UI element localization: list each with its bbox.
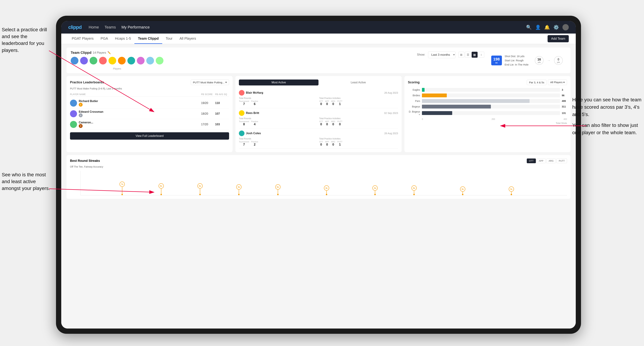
view-full-leaderboard-button[interactable]: View Full Leaderboard: [70, 132, 229, 140]
bar-row-bogeys: Bogeys 311: [408, 105, 567, 109]
pa-ott-col-1: OTT 0: [319, 100, 323, 106]
pa-stats-1: Total Rounds Tournament 7 Practice 6: [239, 97, 398, 106]
streak-line-3: [200, 188, 200, 194]
pa-activities-values-2: OTT 0 APP 0 ARG 0: [319, 120, 398, 126]
streak-line-6: [326, 191, 327, 194]
streak-chart: 7x 6x 6x 5x: [80, 171, 567, 195]
drill-selector[interactable]: PUTT Must Make Putting... ▾: [191, 79, 229, 85]
lb-badge-silver-2: 2: [79, 113, 82, 117]
sort-btn[interactable]: ↕: [478, 52, 484, 58]
pa-putt-col-1: PUTT 1: [338, 100, 342, 106]
tab-most-active[interactable]: Most Active: [239, 79, 318, 85]
tab-least-active[interactable]: Least Active: [318, 79, 398, 85]
filter-app[interactable]: APP: [536, 159, 546, 163]
bar-value-bogeys: 311: [562, 105, 567, 108]
bar-fill-bogeys: [422, 105, 491, 109]
list-item: Josh Coles 26 Aug 2023 Total Rounds Tour…: [239, 128, 398, 149]
sub-nav: PGAT Players PGA Hcaps 1-5 Team Clippd T…: [61, 33, 576, 44]
add-team-button[interactable]: Add Team: [548, 35, 569, 42]
pa-activities-block-2: Total Practice Activities OTT 0 APP 0: [319, 117, 398, 126]
users-icon[interactable]: 👤: [535, 25, 541, 30]
grid-view-btn[interactable]: ⊞: [458, 52, 464, 58]
shot-circles: 16 yds → 0 yds: [535, 56, 563, 65]
pa-practice-val-1: 6: [251, 102, 258, 106]
bell-icon[interactable]: 🔔: [544, 25, 550, 30]
top-nav: clippd Home Teams My Performance 🔍 👤 🔔 ⚙…: [61, 21, 576, 33]
pa-putt-col-3: PUTT 1: [338, 141, 342, 147]
nav-myperformance[interactable]: My Performance: [122, 24, 150, 30]
nav-teams[interactable]: Teams: [104, 24, 116, 30]
pa-activities-block-1: Total Practice Activities OTT 0 APP 0: [319, 97, 398, 106]
subnav-allplayers[interactable]: All Players: [176, 33, 200, 44]
team-name: Team Clippd: [71, 51, 92, 55]
player-filter-btn[interactable]: All Players ▾: [548, 79, 567, 85]
bar-fill-birdies: [422, 93, 447, 97]
bar-fill-pars: [422, 99, 530, 103]
pa-practice-val-2: 4: [251, 123, 258, 126]
player-avatar-3: [90, 57, 97, 64]
pa-name-2: Rees Britt: [246, 112, 259, 115]
shot-endlie: End Lie: In The Hole: [505, 63, 528, 67]
lb-avatar-3: [70, 121, 77, 128]
pa-player-3: Josh Coles: [239, 131, 261, 136]
activity-card: Most Active Least Active Blair McHarg 26…: [235, 76, 402, 152]
nav-home[interactable]: Home: [88, 24, 99, 30]
edit-icon[interactable]: ✏️: [108, 51, 111, 54]
search-icon[interactable]: 🔍: [526, 25, 532, 30]
pa-arg-val-1: 0: [331, 102, 335, 106]
lb-player-3: Cameron... 3: [70, 121, 201, 128]
pa-activities-values-3: OTT 0 APP 0 ARG 0: [319, 141, 398, 147]
streak-point: 4x: [324, 185, 329, 195]
shot-badge-value: 198: [493, 57, 500, 61]
subnav-hcaps[interactable]: Hcaps 1-5: [112, 33, 134, 44]
pa-app-val-2: 0: [325, 123, 329, 126]
subnav-pgat[interactable]: PGAT Players: [68, 33, 97, 44]
show-select[interactable]: Last 3 months Last month Last year: [428, 51, 456, 58]
bar-track-bogeys: [422, 105, 560, 109]
subnav-teamclippd[interactable]: Team Clippd: [134, 33, 162, 44]
player-filter-chevron: ▾: [563, 81, 565, 84]
list-view-btn[interactable]: ☰: [465, 52, 471, 58]
bar-value-pars: 499: [562, 100, 567, 102]
annotation-3-line1: Here you can see how the team have score…: [572, 96, 642, 118]
bar-track-birdies: [422, 93, 560, 97]
pa-tournament-val-3: 7: [239, 143, 249, 147]
subnav-pga[interactable]: PGA: [97, 33, 112, 44]
par-filter-btn[interactable]: Par 3, 4 & 5s: [527, 80, 546, 85]
lb-player-1: Richard Butler 1: [70, 100, 201, 107]
pa-arg-col-3: ARG 0: [331, 141, 335, 147]
pa-rounds-values-2: Tournament 8 Practice 4: [239, 120, 318, 126]
pa-practice-col-2: Practice 4: [251, 120, 258, 126]
streaks-card: Best Round Streaks OTT APP ARG PUTT Off …: [66, 155, 570, 199]
player-avatar-9: [146, 57, 154, 64]
scoring-header: Scoring Par 3, 4 & 5s All Players ▾: [408, 79, 567, 85]
pa-activities-block-3: Total Practice Activities OTT 0 APP 0: [319, 138, 398, 147]
pa-ott-col-3: OTT 0: [319, 141, 323, 147]
pa-player-1: Blair McHarg: [239, 90, 263, 96]
leaderboard-header: Practice Leaderboards PUTT Must Make Put…: [70, 79, 229, 85]
bar-track-doublebogeys: [422, 111, 560, 115]
shot-circle-1: 16 yds: [535, 56, 544, 65]
streaks-subtitle: Off The Tee, Fairway Accuracy: [70, 165, 567, 168]
filter-ott[interactable]: OTT: [527, 159, 536, 163]
pa-rounds-title-3: Total Rounds: [239, 138, 318, 140]
card-view-btn[interactable]: ▦: [472, 52, 478, 58]
shot-dist: Shot Dist: 16 yds: [505, 54, 528, 58]
filter-arg[interactable]: ARG: [546, 159, 556, 163]
settings-icon[interactable]: ⚙️: [553, 25, 559, 30]
pa-putt-val-1: 1: [338, 102, 342, 106]
shot-circle-val-1: 16: [538, 58, 541, 61]
user-avatar[interactable]: [562, 24, 569, 30]
lb-badge-bronze-3: 3: [79, 124, 82, 128]
team-controls: Show: Last 3 months Last month Last year…: [417, 51, 484, 58]
pa-rounds-values-1: Tournament 7 Practice 6: [239, 100, 318, 106]
filter-putt[interactable]: PUTT: [556, 159, 567, 163]
pa-ott-label-1: OTT: [319, 100, 323, 102]
chart-footer: Total Shots: [408, 122, 567, 124]
activity-tabs: Most Active Least Active: [239, 79, 398, 85]
pa-ott-val-3: 0: [319, 143, 323, 147]
col-pb-score: PB SCORE: [201, 93, 215, 96]
bar-label-birdies: Birdies: [408, 94, 420, 97]
subnav-tour[interactable]: Tour: [162, 33, 176, 44]
shot-circle-arrow: →: [547, 56, 550, 65]
